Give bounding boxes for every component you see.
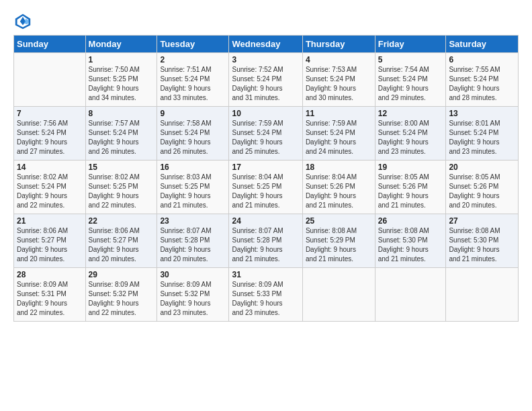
day-cell: 12Sunrise: 8:00 AM Sunset: 5:24 PM Dayli… xyxy=(375,107,446,161)
day-number: 4 xyxy=(306,55,372,64)
day-number: 6 xyxy=(449,55,515,64)
day-cell: 10Sunrise: 7:59 AM Sunset: 5:24 PM Dayli… xyxy=(229,107,302,161)
day-info: Sunrise: 8:01 AM Sunset: 5:24 PM Dayligh… xyxy=(449,119,515,156)
weekday-thursday: Thursday xyxy=(302,36,375,53)
weekday-header-row: SundayMondayTuesdayWednesdayThursdayFrid… xyxy=(14,36,519,53)
day-info: Sunrise: 7:50 AM Sunset: 5:25 PM Dayligh… xyxy=(89,65,154,103)
day-info: Sunrise: 8:04 AM Sunset: 5:25 PM Dayligh… xyxy=(232,173,299,210)
day-info: Sunrise: 8:05 AM Sunset: 5:26 PM Dayligh… xyxy=(378,173,443,210)
day-number: 15 xyxy=(89,163,154,172)
day-cell: 22Sunrise: 8:06 AM Sunset: 5:27 PM Dayli… xyxy=(85,214,157,268)
week-row-3: 14Sunrise: 8:02 AM Sunset: 5:24 PM Dayli… xyxy=(14,161,519,214)
day-cell: 6Sunrise: 7:55 AM Sunset: 5:24 PM Daylig… xyxy=(446,53,519,107)
day-info: Sunrise: 8:02 AM Sunset: 5:25 PM Dayligh… xyxy=(89,173,154,210)
day-info: Sunrise: 7:56 AM Sunset: 5:24 PM Dayligh… xyxy=(17,119,83,156)
header xyxy=(13,12,519,31)
day-info: Sunrise: 8:07 AM Sunset: 5:28 PM Dayligh… xyxy=(232,226,299,264)
week-row-2: 7Sunrise: 7:56 AM Sunset: 5:24 PM Daylig… xyxy=(14,107,519,161)
day-cell xyxy=(375,268,446,322)
day-info: Sunrise: 8:05 AM Sunset: 5:26 PM Dayligh… xyxy=(449,173,515,210)
day-cell: 8Sunrise: 7:57 AM Sunset: 5:24 PM Daylig… xyxy=(85,107,157,161)
day-cell: 3Sunrise: 7:52 AM Sunset: 5:24 PM Daylig… xyxy=(229,53,302,107)
day-cell: 15Sunrise: 8:02 AM Sunset: 5:25 PM Dayli… xyxy=(85,161,157,214)
weekday-saturday: Saturday xyxy=(446,36,519,53)
day-number: 18 xyxy=(306,163,372,172)
day-info: Sunrise: 7:52 AM Sunset: 5:24 PM Dayligh… xyxy=(232,65,299,103)
weekday-sunday: Sunday xyxy=(14,36,86,53)
day-number: 13 xyxy=(449,109,515,118)
day-number: 1 xyxy=(89,55,154,64)
day-cell: 24Sunrise: 8:07 AM Sunset: 5:28 PM Dayli… xyxy=(229,214,302,268)
day-cell: 27Sunrise: 8:08 AM Sunset: 5:30 PM Dayli… xyxy=(446,214,519,268)
day-cell: 7Sunrise: 7:56 AM Sunset: 5:24 PM Daylig… xyxy=(14,107,86,161)
day-number: 27 xyxy=(449,216,515,226)
day-cell: 21Sunrise: 8:06 AM Sunset: 5:27 PM Dayli… xyxy=(14,214,86,268)
day-info: Sunrise: 8:09 AM Sunset: 5:32 PM Dayligh… xyxy=(160,280,226,318)
day-number: 16 xyxy=(160,163,226,172)
day-number: 14 xyxy=(17,163,83,172)
weekday-friday: Friday xyxy=(375,36,446,53)
day-info: Sunrise: 8:08 AM Sunset: 5:30 PM Dayligh… xyxy=(449,226,515,264)
day-cell: 5Sunrise: 7:54 AM Sunset: 5:24 PM Daylig… xyxy=(375,53,446,107)
day-number: 2 xyxy=(160,55,226,64)
day-number: 22 xyxy=(89,216,154,226)
day-info: Sunrise: 8:07 AM Sunset: 5:28 PM Dayligh… xyxy=(160,226,226,264)
day-number: 11 xyxy=(306,109,372,118)
day-cell: 29Sunrise: 8:09 AM Sunset: 5:32 PM Dayli… xyxy=(85,268,157,322)
day-cell: 1Sunrise: 7:50 AM Sunset: 5:25 PM Daylig… xyxy=(85,53,157,107)
day-cell: 2Sunrise: 7:51 AM Sunset: 5:24 PM Daylig… xyxy=(157,53,229,107)
day-number: 26 xyxy=(378,216,443,226)
day-cell: 4Sunrise: 7:53 AM Sunset: 5:24 PM Daylig… xyxy=(302,53,375,107)
day-info: Sunrise: 8:09 AM Sunset: 5:33 PM Dayligh… xyxy=(232,280,299,318)
day-cell: 13Sunrise: 8:01 AM Sunset: 5:24 PM Dayli… xyxy=(446,107,519,161)
day-info: Sunrise: 7:59 AM Sunset: 5:24 PM Dayligh… xyxy=(232,119,299,156)
day-info: Sunrise: 7:57 AM Sunset: 5:24 PM Dayligh… xyxy=(89,119,154,156)
day-info: Sunrise: 7:58 AM Sunset: 5:24 PM Dayligh… xyxy=(160,119,226,156)
day-number: 19 xyxy=(378,163,443,172)
logo-icon xyxy=(13,12,32,31)
day-info: Sunrise: 7:55 AM Sunset: 5:24 PM Dayligh… xyxy=(449,65,515,103)
calendar-table: SundayMondayTuesdayWednesdayThursdayFrid… xyxy=(13,35,519,322)
day-info: Sunrise: 7:54 AM Sunset: 5:24 PM Dayligh… xyxy=(378,65,443,103)
day-number: 23 xyxy=(160,216,226,226)
weekday-monday: Monday xyxy=(85,36,157,53)
day-info: Sunrise: 8:09 AM Sunset: 5:32 PM Dayligh… xyxy=(89,280,154,318)
day-cell xyxy=(446,268,519,322)
day-cell: 14Sunrise: 8:02 AM Sunset: 5:24 PM Dayli… xyxy=(14,161,86,214)
day-number: 30 xyxy=(160,270,226,279)
day-cell: 26Sunrise: 8:08 AM Sunset: 5:30 PM Dayli… xyxy=(375,214,446,268)
day-cell: 19Sunrise: 8:05 AM Sunset: 5:26 PM Dayli… xyxy=(375,161,446,214)
day-cell: 23Sunrise: 8:07 AM Sunset: 5:28 PM Dayli… xyxy=(157,214,229,268)
day-cell: 16Sunrise: 8:03 AM Sunset: 5:25 PM Dayli… xyxy=(157,161,229,214)
day-number: 24 xyxy=(232,216,299,226)
day-cell: 20Sunrise: 8:05 AM Sunset: 5:26 PM Dayli… xyxy=(446,161,519,214)
day-cell: 28Sunrise: 8:09 AM Sunset: 5:31 PM Dayli… xyxy=(14,268,86,322)
weekday-wednesday: Wednesday xyxy=(229,36,302,53)
day-number: 9 xyxy=(160,109,226,118)
day-info: Sunrise: 8:00 AM Sunset: 5:24 PM Dayligh… xyxy=(378,119,443,156)
day-number: 8 xyxy=(89,109,154,118)
day-number: 5 xyxy=(378,55,443,64)
day-number: 10 xyxy=(232,109,299,118)
logo xyxy=(13,12,35,31)
page: SundayMondayTuesdayWednesdayThursdayFrid… xyxy=(0,0,532,328)
week-row-4: 21Sunrise: 8:06 AM Sunset: 5:27 PM Dayli… xyxy=(14,214,519,268)
week-row-5: 28Sunrise: 8:09 AM Sunset: 5:31 PM Dayli… xyxy=(14,268,519,322)
day-number: 3 xyxy=(232,55,299,64)
day-cell: 17Sunrise: 8:04 AM Sunset: 5:25 PM Dayli… xyxy=(229,161,302,214)
day-info: Sunrise: 8:08 AM Sunset: 5:30 PM Dayligh… xyxy=(378,226,443,264)
day-cell: 31Sunrise: 8:09 AM Sunset: 5:33 PM Dayli… xyxy=(229,268,302,322)
day-info: Sunrise: 8:02 AM Sunset: 5:24 PM Dayligh… xyxy=(17,173,83,210)
day-info: Sunrise: 7:53 AM Sunset: 5:24 PM Dayligh… xyxy=(306,65,372,103)
day-cell xyxy=(14,53,86,107)
day-cell: 18Sunrise: 8:04 AM Sunset: 5:26 PM Dayli… xyxy=(302,161,375,214)
day-cell: 30Sunrise: 8:09 AM Sunset: 5:32 PM Dayli… xyxy=(157,268,229,322)
day-cell: 25Sunrise: 8:08 AM Sunset: 5:29 PM Dayli… xyxy=(302,214,375,268)
weekday-tuesday: Tuesday xyxy=(157,36,229,53)
day-number: 31 xyxy=(232,270,299,279)
day-number: 21 xyxy=(17,216,83,226)
day-number: 17 xyxy=(232,163,299,172)
day-info: Sunrise: 7:59 AM Sunset: 5:24 PM Dayligh… xyxy=(306,119,372,156)
day-info: Sunrise: 8:06 AM Sunset: 5:27 PM Dayligh… xyxy=(17,226,83,264)
day-number: 25 xyxy=(306,216,372,226)
